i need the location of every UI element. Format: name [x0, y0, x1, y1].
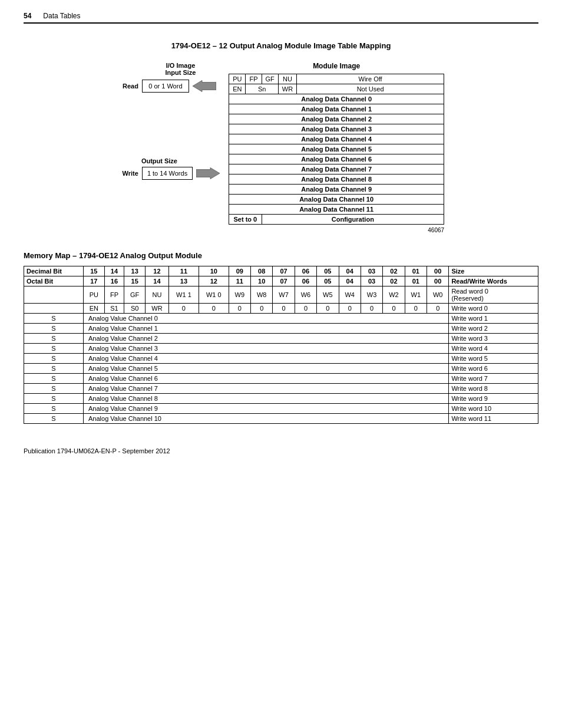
cell-0d: 0: [251, 304, 273, 314]
module-row-adc3: Analog Data Channel 3: [229, 124, 444, 134]
cell-avc7-label: Analog Value Channel 7: [84, 384, 449, 394]
mem-row-avc6: S Analog Value Channel 6 Write word 7: [24, 374, 538, 384]
cell-0j: 0: [383, 304, 405, 314]
cell-pu: PU: [229, 74, 246, 84]
ocol-04: 04: [339, 276, 361, 286]
module-row-config: Set to 0 Configuration: [229, 215, 444, 225]
module-row-notused: EN Sn WR Not Used: [229, 84, 444, 94]
memory-map-title: Memory Map – 1794-OE12 Analog Output Mod…: [24, 251, 538, 260]
cell-wireoff: Wire Off: [297, 74, 444, 84]
cell-write9: Write word 9: [449, 394, 538, 404]
cell-w1: W1: [405, 286, 427, 304]
cell-empty1: [24, 304, 84, 314]
cell-0h: 0: [339, 304, 361, 314]
cell-s-avc0: S: [24, 314, 84, 324]
cell-w11: W1 1: [169, 286, 199, 304]
ocol-15: 15: [124, 276, 146, 286]
header-row-octal: Octal Bit 17 16 15 14 13 12 11 10 07 06 …: [24, 276, 538, 286]
ocol-03: 03: [361, 276, 382, 286]
cell-0a: 0: [169, 304, 199, 314]
cell-s-avc9: S: [24, 404, 84, 414]
ocol-02: 02: [383, 276, 405, 286]
cell-0f: 0: [295, 304, 316, 314]
cell-adc9: Analog Data Channel 9: [229, 185, 444, 195]
cell-adc8: Analog Data Channel 8: [229, 174, 444, 185]
col-header-rw: Read/Write Words: [449, 276, 538, 286]
cell-s-avc10: S: [24, 414, 84, 424]
module-image-section: Module Image PU FP GF NU Wire Off EN Sn: [229, 62, 444, 233]
cell-0g: 0: [317, 304, 339, 314]
cell-en: EN: [84, 304, 105, 314]
cell-avc0-label: Analog Value Channel 0: [84, 314, 449, 324]
header-row-decimal: Decimal Bit 15 14 13 12 11 10 09 08 07 0…: [24, 266, 538, 276]
cell-write8: Write word 8: [449, 384, 538, 394]
cell-w3: W3: [361, 286, 382, 304]
module-row-adc2: Analog Data Channel 2: [229, 114, 444, 124]
cell-adc7: Analog Data Channel 7: [229, 164, 444, 174]
col-05: 05: [317, 266, 339, 276]
cell-0b: 0: [199, 304, 229, 314]
cell-w0: W0: [427, 286, 449, 304]
cell-w6: W6: [295, 286, 316, 304]
module-image-title: Module Image: [229, 62, 444, 70]
module-row-adc1: Analog Data Channel 1: [229, 104, 444, 114]
diagram-title: 1794-OE12 – 12 Output Analog Module Imag…: [24, 41, 538, 50]
cell-wr: WR: [145, 304, 168, 314]
cell-write1: Write word 1: [449, 314, 538, 324]
cell-s-avc5: S: [24, 364, 84, 374]
cell-w4: W4: [339, 286, 361, 304]
cell-notused: Not Used: [297, 84, 444, 94]
cell-nu: NU: [278, 74, 296, 84]
mem-row-write0: EN S1 S0 WR 0 0 0 0 0 0 0 0 0 0 0 0 Writ…: [24, 304, 538, 314]
cell-write10: Write word 10: [449, 404, 538, 414]
col-13: 13: [124, 266, 146, 276]
module-row-adc9: Analog Data Channel 9: [229, 185, 444, 195]
cell-avc8-label: Analog Value Channel 8: [84, 394, 449, 404]
cell-s-avc2: S: [24, 334, 84, 344]
diagram-section: 1794-OE12 – 12 Output Analog Module Imag…: [24, 41, 538, 233]
cell-nu: NU: [145, 286, 168, 304]
ocol-12: 12: [199, 276, 229, 286]
right-arrow-icon: [196, 167, 220, 180]
col-12: 12: [145, 266, 168, 276]
cell-w9: W9: [229, 286, 250, 304]
ocol-11: 11: [229, 276, 250, 286]
module-row-adc10: Analog Data Channel 10: [229, 195, 444, 205]
module-row-adc4: Analog Data Channel 4: [229, 134, 444, 144]
col-00: 00: [427, 266, 449, 276]
cell-adc11: Analog Data Channel 11: [229, 205, 444, 215]
section-title: Data Tables: [43, 12, 80, 20]
memory-map-section: Memory Map – 1794-OE12 Analog Output Mod…: [24, 251, 538, 424]
cell-s1: S1: [104, 304, 124, 314]
cell-avc5-label: Analog Value Channel 5: [84, 364, 449, 374]
col-08: 08: [251, 266, 273, 276]
mem-row-avc5: S Analog Value Channel 5 Write word 6: [24, 364, 538, 374]
svg-marker-1: [196, 167, 220, 179]
cell-avc9-label: Analog Value Channel 9: [84, 404, 449, 414]
mem-row-avc7: S Analog Value Channel 7 Write word 8: [24, 384, 538, 394]
output-size-label: Output Size: [141, 157, 177, 164]
ocol-00: 00: [427, 276, 449, 286]
module-row-adc7: Analog Data Channel 7: [229, 164, 444, 174]
cell-write6: Write word 6: [449, 364, 538, 374]
cell-adc1: Analog Data Channel 1: [229, 104, 444, 114]
write-row: Write 1 to 14 Words: [118, 167, 220, 180]
module-row-wireoff: PU FP GF NU Wire Off: [229, 74, 444, 84]
cell-avc10-label: Analog Value Channel 10: [84, 414, 449, 424]
cell-write7: Write word 7: [449, 374, 538, 384]
ocol-13: 13: [169, 276, 199, 286]
ocol-07: 07: [273, 276, 295, 286]
cell-adc3: Analog Data Channel 3: [229, 124, 444, 134]
page-header: 54 Data Tables: [24, 12, 538, 24]
cell-w5: W5: [317, 286, 339, 304]
cell-w10: W1 0: [199, 286, 229, 304]
cell-adc6: Analog Data Channel 6: [229, 154, 444, 164]
cell-w7: W7: [273, 286, 295, 304]
col-07: 07: [273, 266, 295, 276]
left-arrow-icon: [193, 80, 216, 93]
read-box: 0 or 1 Word: [142, 80, 189, 93]
footer: Publication 1794-UM062A-EN-P - September…: [24, 447, 538, 454]
cell-s-avc7: S: [24, 384, 84, 394]
ocol-16: 16: [104, 276, 124, 286]
cell-0c: 0: [229, 304, 250, 314]
